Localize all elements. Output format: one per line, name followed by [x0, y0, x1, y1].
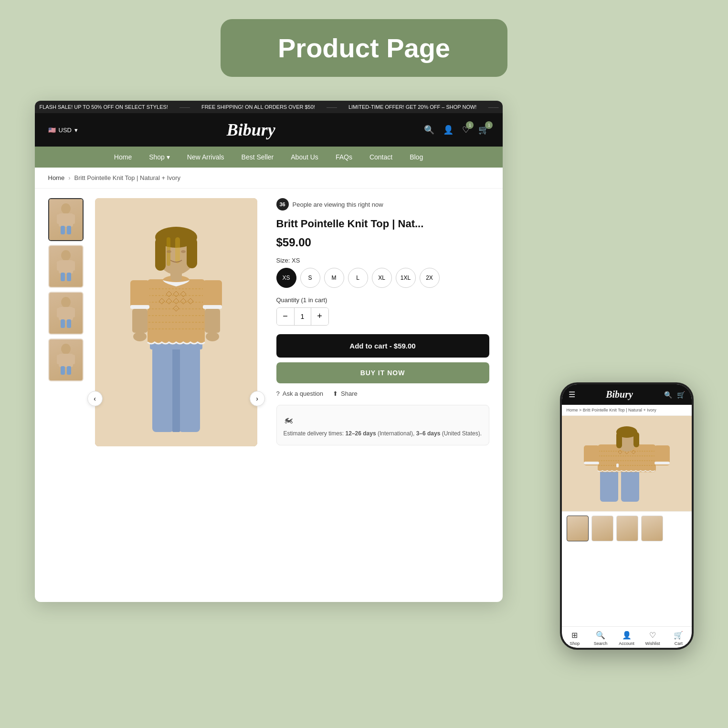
phone-nav-wishlist[interactable]: ♡ Wishlist [640, 631, 665, 646]
breadcrumb-home[interactable]: Home [48, 174, 65, 181]
nav-best-seller[interactable]: Best Seller [242, 153, 274, 161]
svg-rect-4 [61, 226, 65, 234]
phone-screen: ☰ Bibury 🔍 🛒 Home > Britt Pointelle Knit… [562, 384, 692, 648]
mobile-phone: ☰ Bibury 🔍 🛒 Home > Britt Pointelle Knit… [560, 382, 694, 650]
delivery-text: Estimate delivery times: 12–26 days (Int… [284, 430, 482, 437]
phone-thumb-2[interactable] [591, 516, 613, 541]
svg-rect-22 [61, 366, 65, 375]
main-image-column: ‹ › [95, 198, 257, 599]
search-icon[interactable]: 🔍 [424, 125, 434, 135]
phone-thumb-4[interactable] [641, 516, 663, 541]
quantity-value: 1 [294, 308, 311, 325]
phone-nav-account-label: Account [619, 641, 634, 646]
delivery-info: 🏍 Estimate delivery times: 12–26 days (I… [276, 405, 489, 445]
svg-point-63 [181, 250, 186, 253]
phone-nav-cart[interactable]: 🛒 Cart [665, 631, 691, 646]
add-to-cart-button[interactable]: Add to cart - $59.00 [276, 334, 489, 358]
svg-rect-81 [616, 432, 622, 448]
breadcrumb-sep: › [68, 174, 70, 181]
size-l[interactable]: L [348, 268, 368, 288]
main-product-image [95, 198, 257, 446]
svg-rect-27 [172, 346, 180, 432]
phone-nav-account[interactable]: 👤 Account [613, 631, 639, 646]
share-link[interactable]: ⬆ Share [333, 390, 358, 397]
quantity-decrease[interactable]: − [277, 308, 294, 325]
svg-rect-13 [59, 307, 73, 320]
site-header: 🇺🇸 USD ▾ Bibury 🔍 👤 ♡ 1 🛒 1 [35, 113, 503, 147]
phone-menu-icon[interactable]: ☰ [569, 390, 575, 399]
phone-nav-search[interactable]: 🔍 Search [588, 631, 613, 646]
svg-rect-16 [61, 319, 65, 328]
phone-thumb-1[interactable] [567, 516, 589, 541]
size-m[interactable]: M [324, 268, 344, 288]
cart-icon[interactable]: 🛒 1 [478, 125, 489, 135]
thumb-image-1 [49, 199, 83, 240]
phone-nav-cart-label: Cart [675, 641, 683, 646]
svg-point-62 [167, 250, 171, 253]
svg-rect-20 [57, 355, 61, 364]
thumbnail-3[interactable] [48, 292, 84, 335]
nav-new-arrivals[interactable]: New Arrivals [187, 153, 224, 161]
svg-rect-14 [57, 308, 61, 317]
svg-rect-48 [130, 305, 149, 309]
phone-thumb-3[interactable] [616, 516, 638, 541]
phone-breadcrumb: Home > Britt Pointelle Knit Top | Natura… [562, 405, 692, 416]
size-2x[interactable]: 2X [420, 268, 440, 288]
wishlist-icon[interactable]: ♡ 1 [462, 125, 470, 135]
svg-point-52 [133, 332, 147, 341]
svg-point-6 [61, 250, 71, 261]
viewing-badge: 36 People are viewing this right now [276, 198, 489, 211]
sep-1: —— [179, 104, 190, 110]
size-s[interactable]: S [300, 268, 320, 288]
svg-rect-59 [187, 237, 197, 268]
currency-selector[interactable]: 🇺🇸 USD ▾ [48, 127, 78, 134]
screenshot-area: FLASH SALE! UP TO 50% OFF ON SELECT STYL… [35, 101, 694, 650]
phone-thumbnails [562, 511, 692, 545]
svg-rect-2 [57, 214, 61, 224]
svg-rect-46 [130, 280, 149, 309]
phone-cart-icon[interactable]: 🛒 [677, 391, 685, 399]
nav-shop[interactable]: Shop ▾ [149, 153, 170, 161]
announcement-3: LIMITED-TIME OFFER! GET 20% OFF – SHOP N… [348, 104, 477, 110]
nav-home[interactable]: Home [114, 153, 132, 161]
phone-search-icon[interactable]: 🔍 [664, 391, 672, 399]
buy-now-button[interactable]: BUY IT NOW [276, 362, 489, 383]
ask-question-link[interactable]: ? Ask a question [276, 390, 324, 397]
quantity-increase[interactable]: + [311, 308, 328, 325]
image-next-arrow[interactable]: › [250, 391, 265, 406]
chevron-down-icon: ▾ [74, 127, 78, 134]
product-name: Britt Pointelle Knit Top | Nat... [276, 217, 489, 231]
phone-bottom-nav: ⊞ Shop 🔍 Search 👤 Account ♡ Wishlist 🛒 [562, 626, 692, 648]
nav-about-us[interactable]: About Us [291, 153, 318, 161]
breadcrumb: Home › Britt Pointelle Knit Top | Natura… [35, 168, 503, 189]
nav-contact[interactable]: Contact [369, 153, 392, 161]
nav-blog[interactable]: Blog [410, 153, 423, 161]
svg-rect-9 [71, 261, 75, 271]
nav-faqs[interactable]: FAQs [336, 153, 352, 161]
size-1xl[interactable]: 1XL [396, 268, 416, 288]
account-icon[interactable]: 👤 [443, 125, 454, 135]
quantity-label: Quantity (1 in cart) [276, 296, 489, 304]
svg-rect-58 [155, 237, 166, 271]
product-layout: ‹ › 36 People are viewing this right now… [35, 189, 503, 602]
size-buttons: XS S M L XL 1XL 2X [276, 268, 489, 288]
share-icon: ⬆ [333, 390, 338, 397]
announcement-bar: FLASH SALE! UP TO 50% OFF ON SELECT STYL… [35, 101, 503, 113]
image-prev-arrow[interactable]: ‹ [87, 391, 103, 406]
svg-rect-1 [59, 213, 73, 227]
quantity-control: − 1 + [276, 307, 329, 326]
phone-nav-wishlist-label: Wishlist [645, 641, 660, 646]
thumb-image-4 [49, 339, 83, 380]
size-xs[interactable]: XS [276, 268, 296, 288]
thumbnail-4[interactable] [48, 338, 84, 381]
size-xl[interactable]: XL [372, 268, 392, 288]
thumbnail-1[interactable] [48, 198, 84, 241]
site-nav: Home Shop ▾ New Arrivals Best Seller Abo… [35, 147, 503, 168]
phone-logo[interactable]: Bibury [606, 389, 633, 400]
thumbnail-2[interactable] [48, 245, 84, 288]
currency-label: USD [59, 127, 72, 134]
size-label: Size: XS [276, 257, 489, 264]
site-logo[interactable]: Bibury [227, 120, 275, 140]
cart-badge: 1 [485, 121, 493, 129]
phone-nav-shop[interactable]: ⊞ Shop [562, 631, 588, 646]
